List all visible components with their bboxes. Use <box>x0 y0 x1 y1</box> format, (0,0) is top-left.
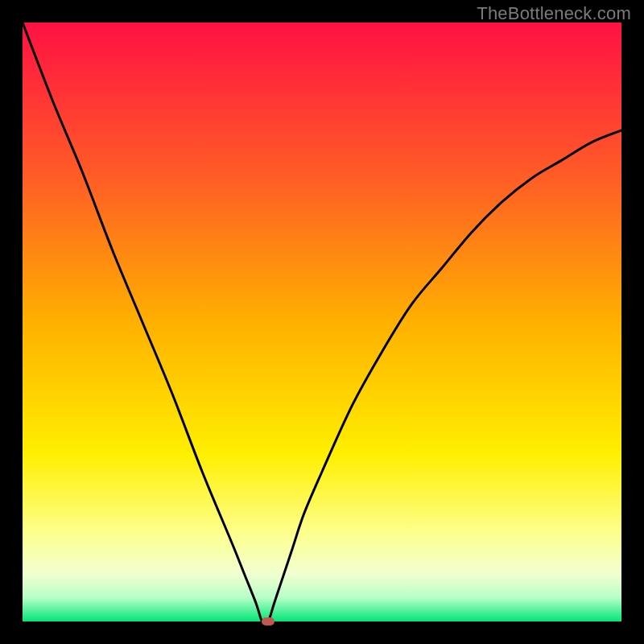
minimum-marker <box>262 617 275 625</box>
gradient-background <box>23 23 621 621</box>
chart-frame: TheBottleneck.com <box>0 0 644 644</box>
chart-svg <box>23 23 621 621</box>
watermark-text: TheBottleneck.com <box>477 3 631 24</box>
plot-area <box>23 23 621 621</box>
